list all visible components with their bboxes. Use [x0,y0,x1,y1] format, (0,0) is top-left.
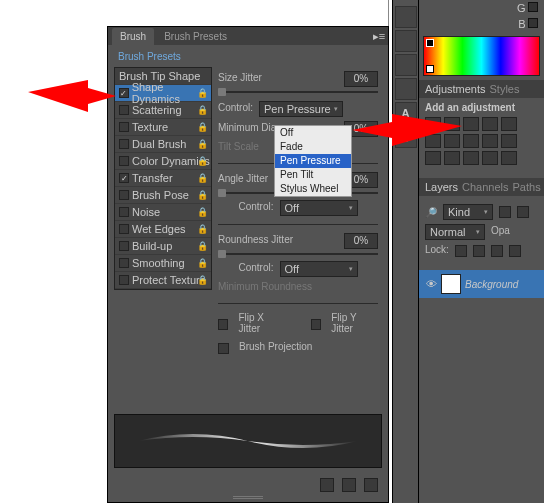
list-label: Texture [132,121,168,133]
checkbox-icon[interactable] [119,258,129,268]
side-item-texture[interactable]: Texture🔒 [115,119,211,136]
lock-label: Lock: [425,244,449,255]
checkbox-icon[interactable] [119,275,129,285]
adj-photo-filter-icon[interactable] [463,134,479,148]
lock-icon: 🔒 [197,241,208,251]
panel-menu-icon[interactable]: ▸≡ [370,30,388,43]
adj-threshold-icon[interactable] [463,151,479,165]
tab-styles[interactable]: Styles [490,83,520,95]
panel-icon-1[interactable] [395,6,417,28]
adj-gradient-map-icon[interactable] [482,151,498,165]
adj-vibrance-icon[interactable] [501,117,517,131]
checkbox-icon[interactable] [119,122,129,132]
control-label: Control: [218,102,253,113]
lock-transparency-icon[interactable] [455,245,467,257]
dropdown-option-stylus-wheel[interactable]: Stylus Wheel [275,182,351,196]
flip-y-label: Flip Y Jitter [331,312,378,334]
chevron-down-icon: ▾ [476,228,480,236]
adj-channel-mixer-icon[interactable] [482,134,498,148]
tab-layers[interactable]: Layers [425,181,458,193]
control-select[interactable]: Pen Pressure▾ [259,101,343,117]
lock-pixels-icon[interactable] [473,245,485,257]
list-label: Brush Pose [132,189,189,201]
new-preset-icon[interactable] [342,478,356,492]
adj-exposure-icon[interactable] [482,117,498,131]
side-item-brush-pose[interactable]: Brush Pose🔒 [115,187,211,204]
panel-icon-3[interactable] [395,54,417,76]
dropdown-option-fade[interactable]: Fade [275,140,351,154]
list-label: Noise [132,206,160,218]
black-swatch[interactable] [426,39,434,47]
tab-channels[interactable]: Channels [462,181,508,193]
flip-x-checkbox[interactable] [218,319,228,330]
roundness-slider[interactable] [218,253,378,255]
checkbox-icon[interactable] [119,224,129,234]
side-item-dual-brush[interactable]: Dual Brush🔒 [115,136,211,153]
flip-y-checkbox[interactable] [311,319,321,330]
checkbox-icon[interactable] [119,105,129,115]
adj-selective-icon[interactable] [501,151,517,165]
panel-icon-2[interactable] [395,30,417,52]
side-item-noise[interactable]: Noise🔒 [115,204,211,221]
checkbox-icon[interactable] [119,241,129,251]
side-item-transfer[interactable]: Transfer🔒 [115,170,211,187]
filter-pixel-icon[interactable] [499,206,511,218]
control-dropdown: Off Fade Pen Pressure Pen Tilt Stylus Wh… [274,125,352,197]
layer-filter-select[interactable]: Kind▾ [443,204,493,220]
adj-invert-icon[interactable] [425,151,441,165]
tab-brush-presets[interactable]: Brush Presets [156,28,235,45]
dropdown-option-off[interactable]: Off [275,126,351,140]
checkbox-icon[interactable] [119,173,129,183]
white-swatch[interactable] [426,65,434,73]
lock-icon: 🔒 [197,190,208,200]
side-item-wet-edges[interactable]: Wet Edges🔒 [115,221,211,238]
checkbox-icon[interactable] [119,156,129,166]
size-jitter-value[interactable]: 0% [344,71,378,87]
checkbox-icon[interactable] [119,190,129,200]
tab-brush[interactable]: Brush [112,28,154,45]
side-item-protect-texture[interactable]: Protect Texture🔒 [115,272,211,289]
side-item-scattering[interactable]: Scattering🔒 [115,102,211,119]
lock-all-icon[interactable] [509,245,521,257]
tab-paths[interactable]: Paths [513,181,541,193]
adj-lookup-icon[interactable] [501,134,517,148]
checkbox-icon[interactable] [119,139,129,149]
side-item-shape-dynamics[interactable]: Shape Dynamics🔒 [115,85,211,102]
color-ramp[interactable] [423,36,540,76]
adjustments-tabs: Adjustments Styles [419,80,544,98]
angle-control-select[interactable]: Off▾ [280,200,358,216]
side-item-smoothing[interactable]: Smoothing🔒 [115,255,211,272]
layer-name[interactable]: Background [465,279,518,290]
adj-posterize-icon[interactable] [444,151,460,165]
size-jitter-label: Size Jitter [218,72,262,83]
list-label: Protect Texture [132,274,206,286]
layer-background[interactable]: 👁 Background [419,270,544,298]
roundness-control-select[interactable]: Off▾ [280,261,358,277]
visibility-eye-icon[interactable]: 👁 [425,278,437,290]
side-item-color-dynamics[interactable]: Color Dynamics🔒 [115,153,211,170]
dropdown-option-pen-tilt[interactable]: Pen Tilt [275,168,351,182]
roundness-jitter-value[interactable]: 0% [344,233,378,249]
adj-curves-icon[interactable] [463,117,479,131]
size-jitter-slider[interactable] [218,91,378,93]
resize-grip[interactable] [233,496,263,500]
blend-mode-select[interactable]: Normal▾ [425,224,485,240]
chevron-down-icon: ▾ [349,265,353,273]
brush-projection-checkbox[interactable] [218,343,229,354]
list-label: Scattering [132,104,182,116]
list-label: Build-up [132,240,172,252]
shape-dynamics-controls: Size Jitter 0% Control: Pen Pressure▾ Mi… [218,67,378,359]
tab-adjustments[interactable]: Adjustments [425,83,486,95]
side-item-build-up[interactable]: Build-up🔒 [115,238,211,255]
layer-thumbnail[interactable] [441,274,461,294]
lock-position-icon[interactable] [491,245,503,257]
trash-icon[interactable] [364,478,378,492]
filter-adj-icon[interactable] [517,206,529,218]
toggle-preview-icon[interactable] [320,478,334,492]
checkbox-icon[interactable] [119,88,129,98]
dropdown-option-pen-pressure[interactable]: Pen Pressure [275,154,351,168]
lock-icon: 🔒 [197,139,208,149]
panel-icon-4[interactable] [395,78,417,100]
checkbox-icon[interactable] [119,207,129,217]
brush-presets-link[interactable]: Brush Presets [118,51,181,62]
